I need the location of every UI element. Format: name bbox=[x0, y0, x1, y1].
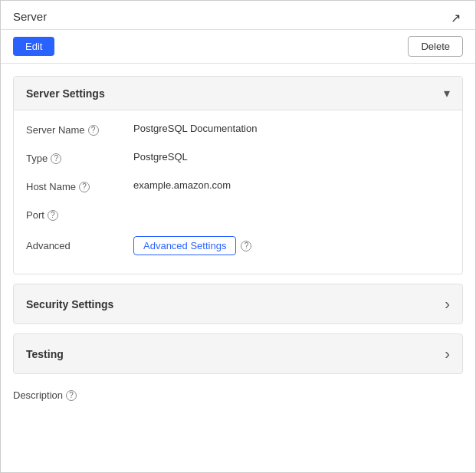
testing-chevron-right-icon: › bbox=[445, 345, 450, 363]
security-settings-title: Security Settings bbox=[26, 298, 113, 310]
chevron-down-icon: ▾ bbox=[444, 86, 450, 100]
host-name-help-icon[interactable]: ? bbox=[79, 182, 90, 192]
advanced-label: Advanced bbox=[26, 240, 133, 251]
type-help-icon[interactable]: ? bbox=[51, 153, 61, 164]
server-settings-section: Server Settings ▾ Server Name ? PostgreS… bbox=[13, 76, 463, 274]
server-settings-body: Server Name ? PostgreSQL Documentation T… bbox=[14, 110, 462, 274]
host-name-value: example.amazon.com bbox=[133, 179, 231, 191]
content-area: Server Settings ▾ Server Name ? PostgreS… bbox=[1, 64, 475, 468]
security-settings-section: Security Settings › bbox=[13, 284, 463, 324]
advanced-btn-wrapper: Advanced Settings ? bbox=[133, 236, 251, 255]
port-label: Port ? bbox=[26, 208, 133, 221]
edit-button[interactable]: Edit bbox=[13, 37, 54, 56]
description-section: Description ? bbox=[13, 383, 463, 407]
security-chevron-right-icon: › bbox=[445, 295, 450, 313]
server-name-help-icon[interactable]: ? bbox=[88, 125, 99, 136]
page-title: Server bbox=[13, 10, 47, 23]
advanced-field-row: Advanced Advanced Settings ? bbox=[26, 236, 450, 255]
server-settings-header[interactable]: Server Settings ▾ bbox=[14, 77, 462, 110]
advanced-settings-help-icon[interactable]: ? bbox=[241, 241, 251, 251]
testing-header[interactable]: Testing › bbox=[14, 334, 462, 373]
description-label: Description bbox=[13, 389, 63, 401]
advanced-settings-button[interactable]: Advanced Settings bbox=[133, 236, 236, 255]
type-value: PostgreSQL bbox=[133, 151, 188, 163]
testing-section: Testing › bbox=[13, 333, 463, 374]
field-row-port: Port ? bbox=[26, 208, 450, 221]
security-settings-header[interactable]: Security Settings › bbox=[14, 284, 462, 324]
host-name-label: Host Name ? bbox=[26, 179, 133, 192]
field-row-server-name: Server Name ? PostgreSQL Documentation bbox=[26, 123, 450, 136]
type-label: Type ? bbox=[26, 151, 133, 164]
server-name-label: Server Name ? bbox=[26, 123, 133, 136]
testing-title: Testing bbox=[26, 348, 64, 360]
server-name-value: PostgreSQL Documentation bbox=[133, 123, 257, 134]
toolbar: Edit Delete bbox=[1, 30, 475, 64]
field-row-host-name: Host Name ? example.amazon.com bbox=[26, 179, 450, 192]
port-help-icon[interactable]: ? bbox=[48, 210, 58, 221]
field-row-type: Type ? PostgreSQL bbox=[26, 151, 450, 164]
external-link-icon[interactable]: ↗ bbox=[451, 11, 463, 23]
description-help-icon[interactable]: ? bbox=[66, 390, 77, 401]
page-header: Server ↗ bbox=[1, 1, 475, 30]
delete-button[interactable]: Delete bbox=[408, 36, 463, 57]
server-settings-title: Server Settings bbox=[26, 87, 105, 100]
